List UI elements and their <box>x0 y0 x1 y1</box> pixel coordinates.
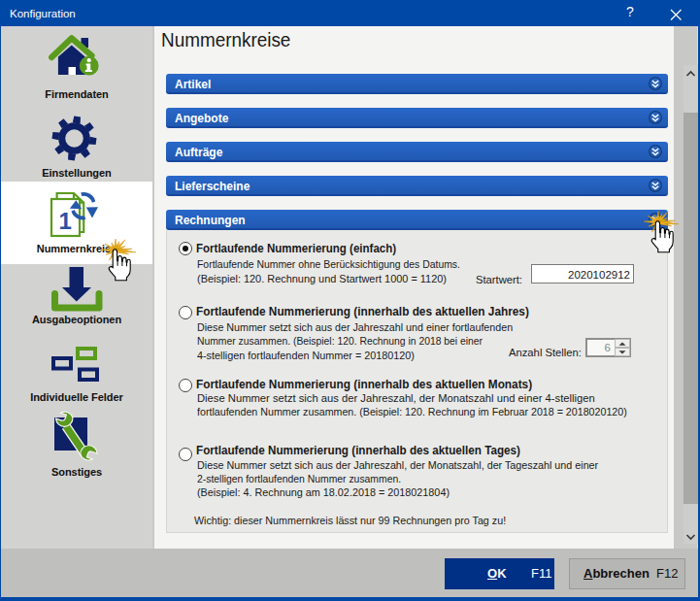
svg-text:1: 1 <box>59 208 72 234</box>
